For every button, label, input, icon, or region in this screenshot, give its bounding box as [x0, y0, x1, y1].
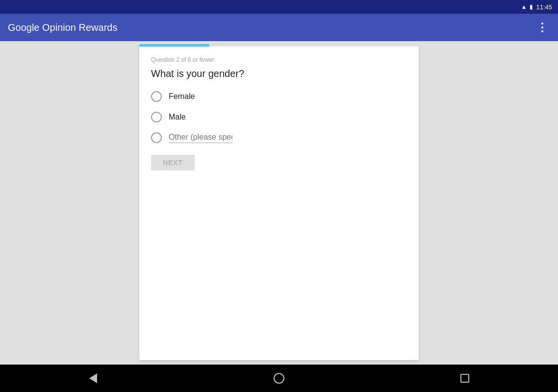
nav-bar	[0, 365, 558, 392]
radio-circle-female	[151, 91, 162, 102]
radio-option-male[interactable]: Male	[151, 112, 407, 122]
next-button[interactable]: NEXT	[151, 155, 195, 171]
status-time: 11:45	[536, 3, 552, 11]
radio-label-male: Male	[169, 113, 186, 122]
radio-label-female: Female	[169, 92, 195, 101]
status-bar: ▲ ▮ 11:45	[0, 0, 558, 14]
recents-button[interactable]	[455, 368, 475, 388]
wifi-icon: ▲	[521, 3, 527, 10]
battery-icon: ▮	[530, 3, 533, 10]
content-area: Question 2 of 8 or fewer: What is your g…	[0, 41, 558, 365]
radio-option-other[interactable]	[151, 132, 407, 143]
recents-icon	[460, 374, 469, 383]
question-label: Question 2 of 8 or fewer:	[151, 56, 407, 63]
question-text: What is your gender?	[151, 68, 407, 79]
radio-option-female[interactable]: Female	[151, 91, 407, 102]
app-bar: Google Opinion Rewards	[0, 14, 558, 41]
other-specify-input[interactable]	[169, 133, 232, 143]
home-button[interactable]	[269, 368, 289, 388]
survey-card: Question 2 of 8 or fewer: What is your g…	[139, 44, 419, 360]
radio-circle-other	[151, 132, 162, 143]
app-title: Google Opinion Rewards	[8, 22, 117, 33]
radio-circle-male	[151, 112, 162, 122]
back-button[interactable]	[83, 368, 103, 388]
menu-dot-1	[541, 23, 543, 24]
card-content: Question 2 of 8 or fewer: What is your g…	[139, 47, 419, 180]
overflow-menu-button[interactable]	[534, 20, 550, 35]
menu-dot-2	[541, 26, 543, 28]
menu-dot-3	[541, 30, 543, 32]
back-icon	[89, 373, 97, 383]
home-icon	[274, 373, 284, 384]
